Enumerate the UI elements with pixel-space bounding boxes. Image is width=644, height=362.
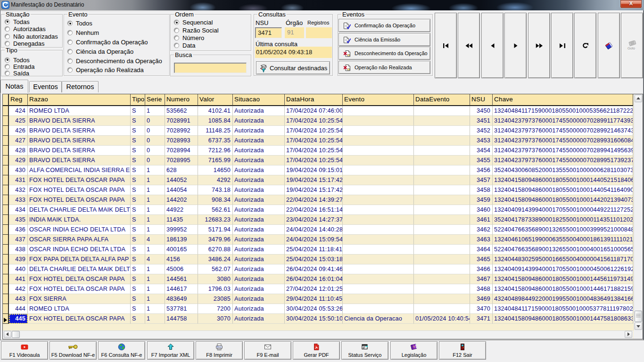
svg-text:Goto: Goto <box>627 46 635 50</box>
